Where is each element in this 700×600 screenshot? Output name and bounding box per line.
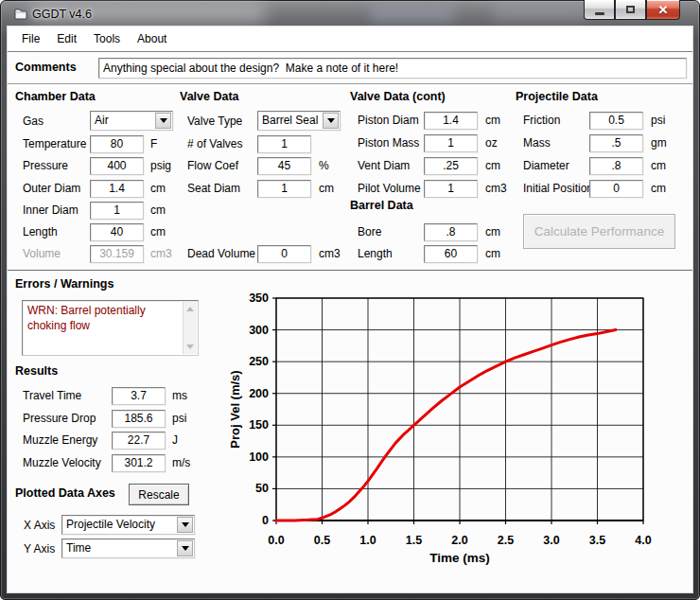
vent-diam-label: Vent Diam	[358, 159, 410, 172]
friction-unit: psi	[651, 114, 665, 127]
x-axis-value: Projectile Velocity	[66, 518, 155, 531]
pressure-field[interactable]: 400	[90, 157, 144, 175]
svg-text:350: 350	[249, 291, 269, 305]
comments-input[interactable]	[98, 58, 687, 79]
comments-label: Comments	[15, 61, 77, 74]
x-axis-label: X Axis	[24, 519, 55, 532]
seat-diam-label: Seat Diam	[187, 182, 240, 195]
svg-text:3.5: 3.5	[589, 534, 605, 547]
pressure-label: Pressure	[23, 159, 68, 172]
inner-diam-unit: cm	[150, 203, 166, 217]
gas-value: Air	[95, 114, 109, 127]
app-icon	[14, 8, 27, 20]
bore-field[interactable]: .8	[424, 223, 478, 241]
x-axis-select[interactable]: Projectile Velocity	[61, 515, 195, 535]
warnings-textarea[interactable]: WRN: Barrel potentially choking flow	[22, 300, 199, 356]
svg-text:1.0: 1.0	[359, 534, 376, 547]
close-icon: ✕	[658, 4, 669, 16]
scroll-up-arrow-icon[interactable]	[184, 302, 197, 316]
gas-select[interactable]: Air	[90, 111, 173, 131]
volume-field: 30.159	[90, 245, 144, 263]
svg-text:200: 200	[249, 387, 269, 400]
pilot-volume-label: Pilot Volume	[358, 182, 421, 195]
y-axis-label: Y Axis	[24, 542, 55, 556]
y-axis-value: Time	[66, 541, 91, 555]
valve-type-select[interactable]: Barrel Seal	[257, 111, 341, 131]
piston-mass-label: Piston Mass	[358, 136, 419, 150]
pilot-volume-field[interactable]: 1	[424, 180, 478, 198]
plotted-data-axes-heading: Plotted Data Axes	[15, 486, 115, 500]
svg-text:4.0: 4.0	[635, 534, 651, 547]
svg-text:1.5: 1.5	[406, 534, 422, 547]
results-heading: Results	[15, 364, 58, 378]
flow-coef-field[interactable]: 45	[257, 157, 311, 175]
diameter-field[interactable]: .8	[589, 157, 643, 175]
initial-position-label: Initial Position	[523, 182, 593, 195]
diameter-unit: cm	[651, 159, 666, 172]
svg-text:2.0: 2.0	[451, 534, 467, 547]
pressure-unit: psig	[150, 159, 171, 172]
maximize-button[interactable]	[615, 0, 646, 20]
chevron-down-icon[interactable]	[155, 113, 171, 129]
close-button[interactable]: ✕	[646, 0, 680, 20]
initial-position-unit: cm	[651, 182, 666, 195]
piston-mass-field[interactable]: 1	[424, 134, 478, 152]
chevron-down-icon[interactable]	[177, 517, 193, 533]
mass-field[interactable]: .5	[589, 134, 643, 152]
calculate-performance-button[interactable]: Calculate Performance	[523, 214, 675, 249]
temperature-field[interactable]: 80	[90, 135, 144, 153]
scroll-down-arrow-icon[interactable]	[184, 340, 197, 354]
outer-diam-label: Outer Diam	[23, 182, 80, 195]
inner-diam-label: Inner Diam	[23, 203, 79, 217]
muzzle-energy-field: 22.7	[112, 432, 166, 450]
piston-diam-field[interactable]: 1.4	[424, 112, 478, 130]
barrel-length-field[interactable]: 60	[424, 245, 478, 263]
vent-diam-field[interactable]: .25	[424, 157, 478, 175]
muzzle-energy-label: Muzzle Energy	[23, 433, 97, 447]
muzzle-velocity-unit: m/s	[172, 456, 190, 469]
barrel-length-label: Length	[358, 247, 393, 260]
diameter-label: Diameter	[523, 159, 569, 172]
valve-data-cont-heading: Valve Data (cont)	[350, 90, 446, 103]
seat-diam-unit: cm	[319, 182, 334, 195]
chamber-length-field[interactable]: 40	[90, 223, 144, 241]
menu-edit[interactable]: Edit	[48, 27, 85, 50]
friction-field[interactable]: 0.5	[589, 112, 643, 130]
separator	[8, 83, 692, 85]
pressure-drop-label: Pressure Drop	[23, 412, 96, 425]
num-valves-field[interactable]: 1	[257, 135, 311, 153]
pressure-drop-field: 185.6	[112, 410, 166, 428]
menu-file[interactable]: File	[13, 27, 48, 50]
warnings-scrollbar[interactable]	[183, 302, 197, 354]
menu-tools[interactable]: Tools	[85, 27, 129, 50]
svg-text:0.0: 0.0	[268, 534, 284, 547]
dead-volume-field[interactable]: 0	[257, 245, 311, 263]
svg-text:50: 50	[255, 482, 269, 495]
menu-about[interactable]: About	[129, 27, 175, 50]
mass-unit: gm	[651, 136, 667, 150]
chamber-length-label: Length	[23, 225, 58, 238]
initial-position-field[interactable]: 0	[589, 180, 643, 198]
muzzle-velocity-field: 301.2	[112, 454, 166, 472]
rescale-button[interactable]: Rescale	[129, 484, 189, 505]
outer-diam-field[interactable]: 1.4	[90, 180, 144, 198]
svg-text:100: 100	[249, 450, 269, 464]
flow-coef-unit: %	[319, 159, 329, 172]
inner-diam-field[interactable]: 1	[90, 202, 144, 220]
barrel-length-unit: cm	[485, 247, 500, 260]
y-axis-select[interactable]: Time	[61, 538, 195, 558]
minimize-button[interactable]	[584, 0, 615, 20]
pilot-volume-unit: cm3	[485, 182, 507, 195]
dead-volume-label: Dead Volume	[187, 247, 255, 260]
outer-diam-unit: cm	[150, 182, 166, 195]
seat-diam-field[interactable]: 1	[257, 180, 311, 198]
chevron-down-icon[interactable]	[323, 113, 339, 129]
separator	[8, 270, 692, 272]
svg-text:0.5: 0.5	[314, 534, 330, 547]
svg-text:250: 250	[249, 355, 269, 368]
volume-label: Volume	[23, 247, 61, 260]
valve-type-value: Barrel Seal	[262, 114, 318, 127]
temperature-label: Temperature	[23, 137, 86, 150]
chevron-down-icon[interactable]	[177, 540, 193, 556]
travel-time-field: 3.7	[112, 387, 166, 405]
